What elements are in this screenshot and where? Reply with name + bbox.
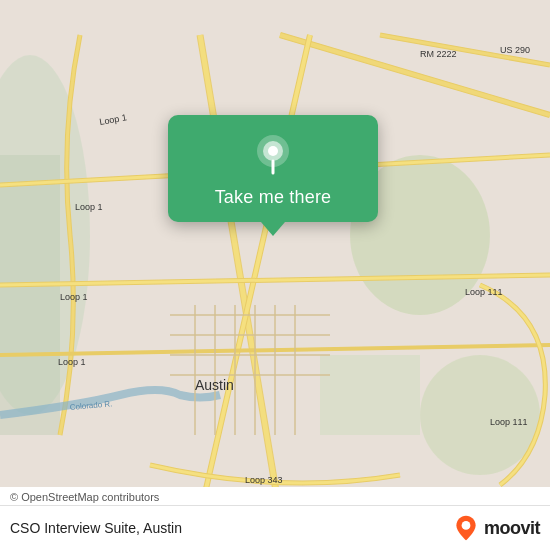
moovit-text: moovit <box>484 518 540 539</box>
svg-text:Loop 1: Loop 1 <box>60 292 88 302</box>
attribution-text: © OpenStreetMap contributors <box>0 487 550 506</box>
bottom-bar: © OpenStreetMap contributors CSO Intervi… <box>0 487 550 550</box>
map-container: Loop 1 Loop 1 Loop 1 Loop 1 RM 2222 US 2… <box>0 0 550 550</box>
svg-rect-2 <box>0 155 60 435</box>
map-background: Loop 1 Loop 1 Loop 1 Loop 1 RM 2222 US 2… <box>0 0 550 550</box>
svg-point-4 <box>420 355 540 475</box>
svg-rect-5 <box>320 355 420 435</box>
popup-card: Take me there <box>168 115 378 222</box>
svg-point-43 <box>462 521 471 530</box>
svg-text:Loop 1: Loop 1 <box>75 202 103 212</box>
svg-text:Loop 111: Loop 111 <box>490 417 528 427</box>
svg-text:Loop 111: Loop 111 <box>465 287 503 297</box>
svg-point-42 <box>268 146 278 156</box>
moovit-pin-icon <box>452 514 480 542</box>
svg-text:US 290: US 290 <box>500 45 530 55</box>
moovit-logo: moovit <box>452 514 540 542</box>
svg-text:Loop 1: Loop 1 <box>58 357 86 367</box>
svg-text:Austin: Austin <box>195 377 234 393</box>
location-label: CSO Interview Suite, Austin <box>10 520 182 536</box>
location-pin-icon <box>251 133 295 177</box>
take-me-there-button[interactable]: Take me there <box>215 187 332 208</box>
svg-text:RM 2222: RM 2222 <box>420 49 457 59</box>
location-bar: CSO Interview Suite, Austin moovit <box>0 506 550 550</box>
svg-text:Loop 343: Loop 343 <box>245 475 283 485</box>
